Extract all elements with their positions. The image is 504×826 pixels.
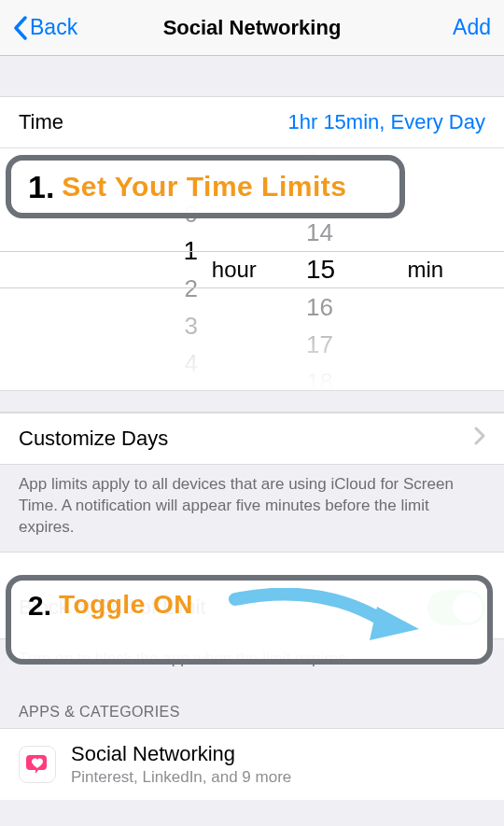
back-label: Back (30, 15, 77, 40)
toggle-knob (453, 593, 483, 623)
hour-selected: 1 (183, 232, 198, 270)
app-subtitle: Pinterest, LinkedIn, and 9 more (71, 768, 291, 787)
customize-days-row[interactable]: Customize Days (0, 413, 504, 465)
social-networking-icon (19, 746, 56, 783)
time-row[interactable]: Time 1hr 15min, Every Day (0, 97, 504, 147)
minute-column[interactable]: 12 13 14 15 16 17 18 (301, 148, 504, 390)
block-toggle[interactable] (427, 590, 485, 625)
time-row-value: 1hr 15min, Every Day (287, 110, 485, 134)
time-picker[interactable]: 0 1 2 3 4 12 13 14 15 16 17 18 hour min (0, 147, 504, 390)
back-button[interactable]: Back (13, 15, 77, 40)
section-gap (0, 56, 504, 97)
customize-days-label: Customize Days (19, 427, 467, 451)
chevron-left-icon (13, 16, 28, 40)
minute-selected: 15 (306, 251, 335, 288)
block-at-end-label: Block at End of Limit (19, 595, 427, 620)
app-title: Social Networking (71, 742, 291, 766)
limit-footer-note: App limits apply to all devices that are… (0, 465, 504, 552)
section-gap (0, 390, 504, 413)
add-button[interactable]: Add (453, 15, 491, 40)
time-row-label: Time (19, 110, 287, 134)
app-category-row[interactable]: Social Networking Pinterest, LinkedIn, a… (0, 728, 504, 800)
apps-section-header: APPS & CATEGORIES (0, 683, 504, 728)
minute-unit-label: min (408, 257, 444, 283)
block-footer-note: Turn on to block the app when the limit … (0, 639, 504, 683)
chevron-right-icon (474, 427, 485, 451)
block-at-end-row: Block at End of Limit (0, 552, 504, 639)
nav-bar: Back Social Networking Add (0, 0, 504, 56)
hour-unit-label: hour (212, 257, 257, 283)
